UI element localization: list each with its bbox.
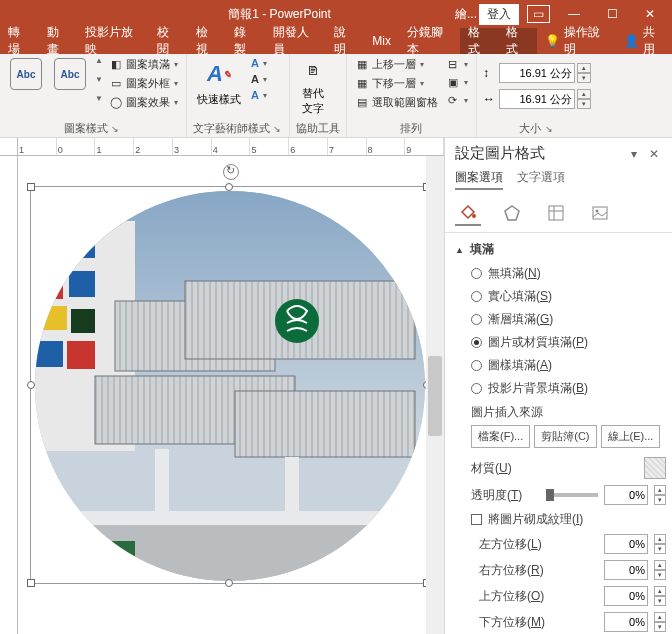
- fill-picture[interactable]: 圖片或材質填滿(P): [455, 331, 666, 354]
- panel-tab-effects[interactable]: [499, 200, 525, 226]
- panel-options[interactable]: ▾: [624, 147, 644, 161]
- tile-checkbox[interactable]: 將圖片砌成紋理(I): [455, 508, 666, 531]
- fill-pattern[interactable]: 圖樣填滿(A): [455, 354, 666, 377]
- selection-pane[interactable]: ▤選取範圍窗格: [353, 94, 440, 111]
- offset-bottom-input[interactable]: [604, 612, 648, 632]
- send-backward[interactable]: ▦下移一層▾: [353, 75, 440, 92]
- offset-t-up[interactable]: ▴: [654, 586, 666, 596]
- fill-none[interactable]: 無填滿(N): [455, 262, 666, 285]
- texture-picker[interactable]: [644, 457, 666, 479]
- offset-t-down[interactable]: ▾: [654, 596, 666, 606]
- scrollbar-thumb[interactable]: [428, 356, 442, 436]
- rotation-handle[interactable]: [223, 164, 239, 180]
- resize-handle-bl[interactable]: [27, 579, 35, 587]
- transparency-input[interactable]: [604, 485, 648, 505]
- fill-solid[interactable]: 實心填滿(S): [455, 285, 666, 308]
- offset-left-input[interactable]: [604, 534, 648, 554]
- fill-slidebg[interactable]: 投影片背景填滿(B): [455, 377, 666, 400]
- bring-forward[interactable]: ▦上移一層▾: [353, 56, 440, 73]
- tab-animations[interactable]: 動畫: [39, 28, 78, 54]
- offset-r-up[interactable]: ▴: [654, 560, 666, 570]
- format-picture-panel: 設定圖片格式 ▾ ✕ 圖案選項 文字選項 ▲填滿 無填滿(N) 實心填滿(S) …: [444, 138, 672, 634]
- rotate-menu[interactable]: ⟳▾: [444, 92, 470, 108]
- transparency-slider[interactable]: [548, 493, 598, 497]
- fill-gradient[interactable]: 漸層填滿(G): [455, 308, 666, 331]
- slide[interactable]: CLEARANCE: [18, 156, 444, 634]
- offset-l-down[interactable]: ▾: [654, 544, 666, 554]
- shape-style-preset-2[interactable]: Abc: [50, 56, 90, 92]
- tab-record[interactable]: 錄製: [226, 28, 265, 54]
- shape-effects[interactable]: ◯圖案效果▾: [107, 94, 180, 111]
- tab-storyboard[interactable]: 分鏡腳本: [399, 28, 460, 54]
- insert-from-clipboard[interactable]: 剪貼簿(C): [534, 425, 596, 448]
- size-launcher[interactable]: ↘: [545, 124, 555, 134]
- text-effects[interactable]: A▾: [249, 88, 269, 102]
- tab-slideshow[interactable]: 投影片放映: [77, 28, 149, 54]
- shape-height-input[interactable]: [499, 63, 575, 83]
- tab-view[interactable]: 檢視: [188, 28, 227, 54]
- svg-point-23: [472, 214, 476, 218]
- offset-right-input[interactable]: [604, 560, 648, 580]
- text-fill[interactable]: A▾: [249, 56, 269, 70]
- panel-tab-size[interactable]: [543, 200, 569, 226]
- text-outline[interactable]: A▾: [249, 72, 269, 86]
- resize-handle-l[interactable]: [27, 381, 35, 389]
- width-icon: ↔: [483, 92, 497, 106]
- maximize-button[interactable]: ☐: [594, 2, 630, 26]
- alt-text-button[interactable]: 🖹 替代 文字: [296, 56, 330, 118]
- shape-styles-launcher[interactable]: ↘: [111, 124, 121, 134]
- tab-transitions[interactable]: 轉場: [0, 28, 39, 54]
- tab-format-shape[interactable]: 格式: [460, 28, 499, 54]
- tab-format-picture[interactable]: 格式: [498, 28, 537, 54]
- align-menu[interactable]: ⊟▾: [444, 56, 470, 72]
- panel-tab-picture[interactable]: [587, 200, 613, 226]
- group-menu[interactable]: ▣▾: [444, 74, 470, 90]
- tab-review[interactable]: 校閱: [149, 28, 188, 54]
- effects-icon: ◯: [109, 96, 123, 110]
- width-down[interactable]: ▾: [577, 99, 591, 109]
- section-fill-header[interactable]: ▲填滿: [455, 237, 666, 262]
- style-gallery-more[interactable]: ▼: [95, 94, 103, 103]
- shape-width-input[interactable]: [499, 89, 575, 109]
- shape-style-preset-1[interactable]: Abc: [6, 56, 46, 92]
- group-wordart: A✎ 快速樣式 A▾ A▾ A▾ 文字藝術師樣式 ↘: [187, 54, 290, 137]
- panel-close[interactable]: ✕: [644, 147, 664, 161]
- selection-bounding-box[interactable]: CLEARANCE: [30, 186, 428, 584]
- circle-picture[interactable]: CLEARANCE: [35, 191, 425, 581]
- width-up[interactable]: ▴: [577, 89, 591, 99]
- subtab-text-options[interactable]: 文字選項: [517, 169, 565, 190]
- offset-r-down[interactable]: ▾: [654, 570, 666, 580]
- shape-outline[interactable]: ▭圖案外框▾: [107, 75, 180, 92]
- resize-handle-t[interactable]: [225, 183, 233, 191]
- minimize-button[interactable]: —: [556, 2, 592, 26]
- offset-top-input[interactable]: [604, 586, 648, 606]
- panel-tab-fill[interactable]: [455, 200, 481, 226]
- close-button[interactable]: ✕: [632, 2, 668, 26]
- resize-handle-b[interactable]: [225, 579, 233, 587]
- share-button[interactable]: 👤共用: [616, 28, 672, 54]
- ribbon-display-options[interactable]: ▭: [527, 5, 550, 23]
- tell-me[interactable]: 💡操作說明: [537, 28, 616, 54]
- transparency-down[interactable]: ▾: [654, 495, 666, 505]
- style-gallery-up[interactable]: ▲: [95, 56, 103, 65]
- height-down[interactable]: ▾: [577, 73, 591, 83]
- transparency-up[interactable]: ▴: [654, 485, 666, 495]
- tab-mix[interactable]: Mix: [364, 28, 399, 54]
- resize-handle-tl[interactable]: [27, 183, 35, 191]
- insert-from-online[interactable]: 線上(E)...: [601, 425, 661, 448]
- shape-fill[interactable]: ◧圖案填滿▾: [107, 56, 180, 73]
- insert-from-file[interactable]: 檔案(F)...: [471, 425, 530, 448]
- height-up[interactable]: ▴: [577, 63, 591, 73]
- subtab-shape-options[interactable]: 圖案選項: [455, 169, 503, 190]
- wordart-launcher[interactable]: ↘: [273, 124, 283, 134]
- tab-developer[interactable]: 開發人員: [265, 28, 326, 54]
- signin-button[interactable]: 登入: [479, 4, 519, 25]
- offset-b-down[interactable]: ▾: [654, 622, 666, 632]
- vertical-scrollbar[interactable]: [426, 156, 444, 634]
- offset-l-up[interactable]: ▴: [654, 534, 666, 544]
- offset-b-up[interactable]: ▴: [654, 612, 666, 622]
- drawing-context: 繪...: [455, 6, 477, 23]
- style-gallery-down[interactable]: ▼: [95, 75, 103, 84]
- tab-help[interactable]: 說明: [326, 28, 365, 54]
- wordart-quick-styles[interactable]: A✎ 快速樣式: [193, 56, 245, 109]
